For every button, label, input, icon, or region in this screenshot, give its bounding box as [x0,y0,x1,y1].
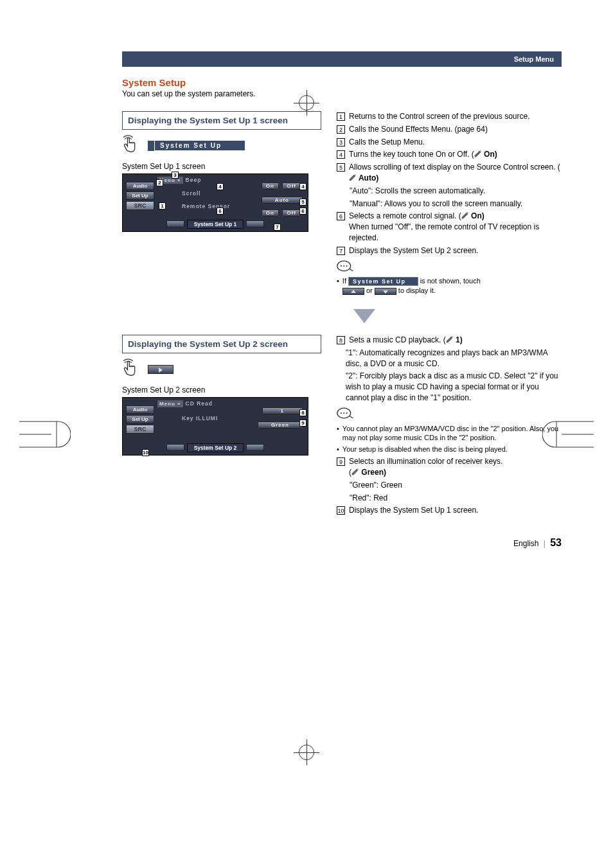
callout-1: 1 [159,202,166,209]
callout-4b: 4 [299,183,306,190]
block-1: Displaying the System Set Up 1 screen Sy… [122,111,562,297]
nav-down-button[interactable] [375,288,396,295]
menu-cdread-label: CD Read [186,400,213,407]
callout-5: 5 [299,199,306,206]
num-5: 5 [337,163,345,172]
crop-mark-bottom [294,740,319,765]
audio-button[interactable]: Audio [126,405,154,414]
nav-up-button[interactable] [342,288,364,295]
num-1: 1 [337,112,345,121]
num-7: 7 [337,247,345,255]
num-4: 4 [337,150,345,159]
audio-button[interactable]: Audio [126,182,154,190]
setup-button[interactable]: Set Up [126,191,154,200]
panel2-heading-box: Displaying the System Set Up 2 screen [122,335,321,353]
block-2: Displaying the System Set Up 2 screen Sy… [122,335,562,518]
desc-list-1: 1Returns to the Control screen of the pr… [337,111,562,296]
num-9: 9 [337,457,345,466]
breadcrumb: Setup Menu [514,55,554,63]
cdread-value-button[interactable]: 1 [262,407,303,414]
svg-point-10 [341,412,342,414]
crop-mark-top [294,90,319,116]
pencil-icon [461,211,469,220]
src-button[interactable]: SRC [126,425,154,434]
panel2-caption: System Set Up 2 screen [122,385,321,394]
src-button[interactable]: SRC [126,201,154,210]
svg-point-11 [343,412,344,414]
svg-point-6 [343,265,344,267]
section-title: System Setup [122,77,562,88]
system-setup-tab[interactable]: System Set Up [148,140,245,151]
down-arrow-icon [167,309,562,326]
next-page-button[interactable] [246,444,264,451]
callout-9: 9 [299,420,306,427]
note-2b: •Your setup is disabled when the disc is… [337,445,562,454]
prev-page-button[interactable] [166,444,184,451]
callout-10: 10 [142,449,149,456]
callout-6b: 6 [299,208,306,215]
num-8: 8 [337,336,345,344]
next-button[interactable] [148,365,173,374]
num-6: 6 [337,212,345,220]
panel2-heading: Displaying the System Set Up 2 screen [128,339,315,350]
next-page-button[interactable] [246,220,264,227]
section-intro: You can set up the system parameters. [122,89,562,98]
menu-button[interactable]: Menu « [157,400,183,407]
scroll-auto-button[interactable]: Auto [262,197,303,204]
prev-page-button[interactable] [166,220,184,227]
remote-on-button[interactable]: On [262,209,279,217]
screen-footer-1: System Set Up 1 [187,220,244,229]
binder-hole-left [19,415,71,454]
callout-3: 3 [172,172,179,179]
remote-off-button[interactable]: Off [282,209,301,217]
pencil-icon [349,173,357,182]
svg-point-12 [346,412,348,414]
beep-off-button[interactable]: Off [282,182,301,190]
inline-system-tab[interactable]: System Set Up [348,277,418,286]
footer-lang: English [513,539,538,548]
page-footer: English | 53 [122,537,562,549]
page: Setup Menu System Setup You can set up t… [0,0,613,868]
pencil-icon [446,335,454,344]
note-icon [337,260,353,276]
pencil-icon [351,468,359,477]
pencil-icon [474,150,482,159]
callout-7: 7 [274,224,281,231]
note-icon [337,407,353,423]
num-10: 10 [337,506,345,515]
touch-hand-icon [122,135,141,157]
setup-button[interactable]: Set Up [126,415,154,423]
device-screen-1: 3 2 4 4 5 6 6 1 7 Audio Set Up SRC [122,173,308,232]
binder-hole-right [542,415,594,454]
desc-list-2: 8Sets a music CD playback. ( 1) "1": Aut… [337,335,562,516]
header-bar: Setup Menu [122,51,562,67]
beep-on-button[interactable]: On [262,182,279,190]
svg-point-7 [346,265,348,267]
touch-hand-icon [122,359,141,380]
panel1-caption: System Set Up 1 screen [122,162,321,171]
note-1: • If System Set Up is not shown, touch o… [337,276,562,296]
callout-2: 2 [156,179,163,186]
note-2a: •You cannot play an MP3/WMA/VCD disc in … [337,424,562,443]
callout-4a: 4 [217,183,224,190]
callout-8: 8 [299,409,306,416]
num-3: 3 [337,138,345,146]
menu-scroll-label: Scroll [182,190,201,197]
screen-footer-2: System Set Up 2 [187,443,244,452]
svg-point-5 [341,265,342,267]
menu-beep-label: Beep [186,177,202,183]
callout-6a: 6 [217,208,224,215]
device-screen-2: 8 9 10 Audio Set Up SRC Menu « CD Read [122,397,308,456]
panel1-heading-box: Displaying the System Set Up 1 screen [122,111,321,130]
svg-marker-8 [353,309,375,323]
num-2: 2 [337,125,345,134]
page-number: 53 [550,537,562,548]
keyillumi-value-button[interactable]: Green [258,421,303,429]
panel1-heading: Displaying the System Set Up 1 screen [128,116,315,127]
menu-keyillumi-label: Key ILLUMI [182,415,218,421]
